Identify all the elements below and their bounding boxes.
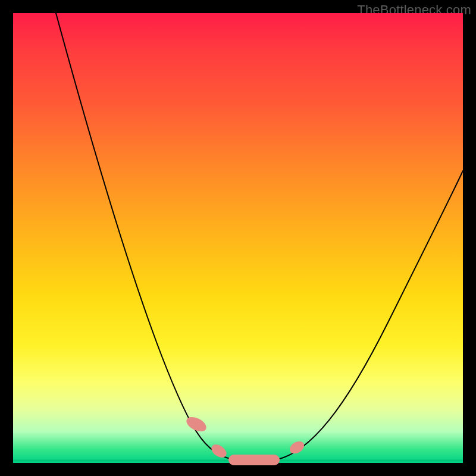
left-curve bbox=[56, 13, 234, 460]
marker-base-pill bbox=[228, 455, 280, 465]
marker-right bbox=[287, 439, 306, 456]
right-curve bbox=[275, 171, 463, 460]
outer-frame: TheBottleneck.com bbox=[0, 0, 476, 476]
plot-area bbox=[13, 13, 463, 463]
chart-svg bbox=[13, 13, 463, 463]
